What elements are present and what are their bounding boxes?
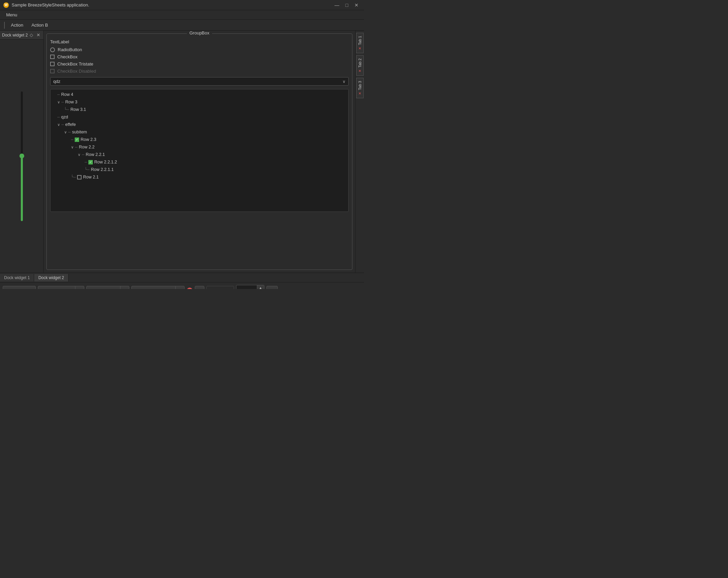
checkbox-2[interactable]	[50, 62, 55, 66]
up-arrow-button[interactable]: ∧	[195, 286, 204, 289]
tree-item-label: subitem	[72, 129, 87, 135]
push-button[interactable]: PushButton	[3, 286, 36, 289]
tree-item-label: Row 2.1	[83, 174, 99, 180]
tree-item-label: Row 2.2.1.2	[94, 159, 117, 165]
checkbox-2-label: CheckBox Tristate	[57, 61, 93, 67]
dock-tab-1[interactable]: Dock widget 1	[0, 274, 34, 281]
text-label: TextLabel	[50, 39, 349, 44]
checkbox-row-1[interactable]: CheckBox	[50, 54, 349, 59]
tab-right-3-close[interactable]: ✕	[358, 91, 362, 95]
dock-close-button[interactable]: ✕	[35, 32, 41, 38]
action-button[interactable]: Action	[8, 21, 27, 29]
instant-popup-arrow-icon[interactable]: ∨	[120, 287, 129, 289]
bottom-dock: Dock widget 1 Dock widget 2	[0, 273, 364, 282]
menu-button-popup-label[interactable]: MenuButtonPopup	[132, 286, 176, 289]
tree-connector: └—	[71, 174, 76, 180]
tree-item-row2-2-1[interactable]: ∨ — Row 2.2.1	[50, 151, 348, 158]
dock-float-button[interactable]: ◇	[29, 32, 34, 38]
tree-view[interactable]: — Row 4 ∨ — Row 3 └— Row 3.1	[50, 89, 349, 212]
tree-connector: —	[61, 121, 64, 128]
tab-right-3-label: Tab 3	[358, 81, 362, 90]
tree-connector: —	[61, 99, 64, 105]
delayed-popup-arrow-icon[interactable]: ∨	[75, 287, 84, 289]
menu-button-popup[interactable]: MenuButtonPopup ∨	[131, 286, 185, 289]
tree-connector: —	[75, 144, 77, 150]
tab-right-2-close[interactable]: ✕	[358, 69, 362, 73]
tree-connector: —	[71, 136, 73, 143]
tree-item-label: Row 2.3	[81, 136, 96, 143]
tree-connector: —	[57, 114, 60, 120]
instant-popup-label[interactable]: Instant popup	[87, 286, 121, 289]
number-input-group[interactable]: ▲ ▼	[236, 285, 264, 289]
maximize-button[interactable]: □	[344, 2, 350, 9]
tree-connector: —	[57, 91, 60, 98]
tab-right-3[interactable]: ✕ Tab 3	[356, 78, 364, 98]
toolbar-separator	[4, 22, 5, 29]
tree-item-row2-3[interactable]: — ✓ Row 2.3	[50, 136, 348, 143]
radio-button-label: RadioButton	[58, 47, 82, 52]
action-b-button[interactable]: Action B	[28, 21, 51, 29]
tree-item-row2-1[interactable]: └— Row 2.1	[50, 173, 348, 181]
tree-connector: └—	[64, 106, 69, 113]
cancel-button[interactable]: ✕	[187, 288, 193, 289]
tab-right-1-close[interactable]: ✕	[358, 46, 362, 50]
slider-track[interactable]	[21, 91, 23, 221]
menu-item-menu[interactable]: Menu	[3, 11, 21, 19]
dock-tab-2[interactable]: Dock widget 2	[34, 274, 68, 281]
tree-expand-icon[interactable]: ∨	[71, 144, 74, 150]
radio-button-circle[interactable]	[50, 47, 55, 52]
tree-item-qzd[interactable]: — qzd	[50, 113, 348, 121]
title-bar-left: W Sample BreezeStyleSheets application.	[3, 2, 89, 8]
delayed-popup-label[interactable]: Delayed popup	[38, 286, 75, 289]
tree-item-subitem[interactable]: ∨ — subitem	[50, 128, 348, 136]
title-bar-controls: — □ ✕	[333, 2, 361, 9]
tree-item-row3-1[interactable]: └— Row 3.1	[50, 106, 348, 113]
number-input[interactable]	[236, 286, 257, 289]
radio-button-row[interactable]: RadioButton	[50, 47, 349, 52]
combo-box[interactable]: qdz ∨	[50, 77, 349, 86]
tree-item-label: Row 4	[61, 91, 73, 98]
tree-checkbox-checked-2[interactable]: ✓	[88, 160, 93, 164]
tree-item-row2-2-1-1[interactable]: └— Row 2.2.1.1	[50, 166, 348, 173]
tree-expand-icon[interactable]: ∨	[78, 151, 81, 158]
tree-item-row3[interactable]: ∨ — Row 3	[50, 98, 348, 106]
checkbox-3-disabled	[50, 69, 55, 73]
tab-right-2[interactable]: ✕ Tab 2	[356, 55, 364, 76]
tree-item-row2-2[interactable]: ∨ — Row 2.2	[50, 143, 348, 151]
tree-expand-icon[interactable]: ∨	[57, 121, 60, 128]
window-title: Sample BreezeStyleSheets application.	[12, 2, 89, 8]
tree-item-row2-2-1-2[interactable]: — ✓ Row 2.2.1.2	[50, 158, 348, 166]
dock-title-bar: Dock widget 2 ◇ ✕	[0, 31, 43, 40]
combo-value: qdz	[53, 79, 60, 84]
checkbox-1-label: CheckBox	[57, 54, 77, 59]
number-up-arrow[interactable]: ▲	[257, 285, 264, 289]
menu-button-popup-arrow-icon[interactable]: ∨	[176, 287, 184, 289]
tab-right-1[interactable]: ✕ Tab 1	[356, 33, 364, 53]
tab-right-1-label: Tab 1	[358, 36, 362, 45]
checkbox-1[interactable]	[50, 55, 55, 59]
disabled-button: Disabled	[206, 286, 234, 289]
delayed-popup-button[interactable]: Delayed popup ∨	[38, 286, 84, 289]
tree-expand-icon[interactable]: ∨	[64, 129, 67, 135]
tree-connector: —	[82, 151, 84, 158]
checkbox-row-2[interactable]: CheckBox Tristate	[50, 61, 349, 67]
minimize-button[interactable]: —	[333, 2, 341, 9]
tree-item-label: effefe	[65, 121, 76, 128]
group-box: GroupBox TextLabel RadioButton CheckBox …	[46, 33, 352, 270]
tree-expand-icon[interactable]: ∨	[57, 99, 60, 105]
checkbox-3-label: CheckBox Disabled	[57, 69, 96, 74]
ellipsis-button[interactable]: ...	[266, 286, 278, 289]
combo-arrow-icon: ∨	[343, 79, 346, 84]
instant-popup-button[interactable]: Instant popup ∨	[86, 286, 130, 289]
tab-bar-right: ✕ Tab 1 ✕ Tab 2 ✕ Tab 3	[355, 31, 364, 273]
close-button[interactable]: ✕	[352, 2, 361, 9]
tree-item-effefe[interactable]: ∨ — effefe	[50, 121, 348, 128]
slider-thumb[interactable]	[19, 154, 24, 158]
central-area: GroupBox TextLabel RadioButton CheckBox …	[44, 31, 355, 273]
tree-item-row4[interactable]: — Row 4	[50, 91, 348, 98]
tree-checkbox-empty[interactable]	[77, 175, 82, 179]
tree-checkbox-checked[interactable]: ✓	[75, 138, 79, 142]
tree-connector: —	[85, 159, 87, 165]
menu-bar: Menu	[0, 10, 364, 20]
dock-title-buttons: ◇ ✕	[29, 32, 41, 38]
